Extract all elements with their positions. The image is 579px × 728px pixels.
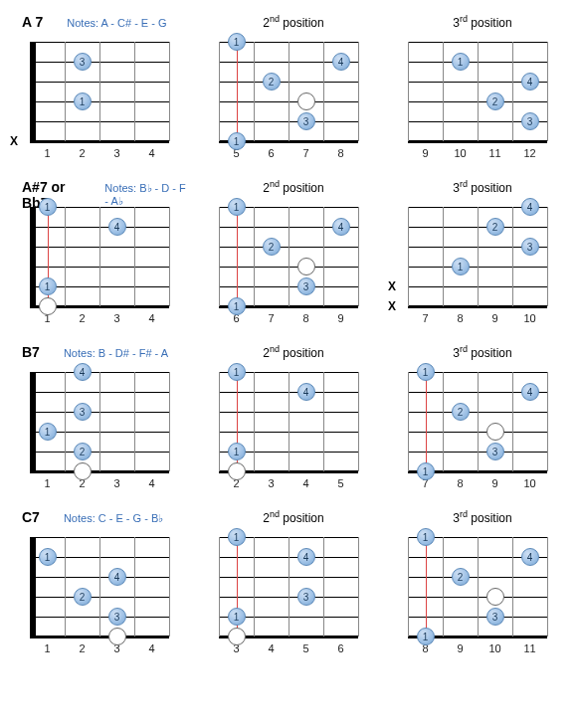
fret-number: 2 (65, 642, 99, 654)
fret-number: 1 (30, 147, 65, 159)
fretboard: 14231 (408, 537, 547, 637)
finger-dot: 1 (228, 33, 246, 51)
finger-dot: 4 (332, 53, 350, 71)
chord-name: C7 (22, 509, 40, 525)
finger-dot: 2 (452, 568, 470, 586)
chord-diagram: 142316789 (201, 201, 370, 330)
fret-number: 10 (512, 312, 547, 324)
finger-dot: 1 (39, 198, 57, 216)
fret-number: 10 (512, 477, 547, 489)
finger-dot: 1 (228, 132, 246, 150)
chord-cell: 3rd position1423178910 (388, 340, 567, 495)
finger-dot: 3 (521, 112, 539, 130)
barre-line (426, 372, 427, 471)
fret-number: 3 (99, 312, 134, 324)
fretboard: 4312 (30, 372, 169, 471)
fret-number: 4 (134, 477, 169, 489)
chord-name: B7 (22, 344, 40, 360)
fretboard: 4231 (408, 207, 547, 306)
chord-cell: 3rd position14239101112 (388, 10, 567, 165)
finger-dot: 4 (108, 568, 126, 586)
chord-diagram: 1412345 (201, 366, 370, 495)
mute-marker: X (388, 299, 396, 313)
position-label: 3rd position (400, 509, 565, 525)
finger-dot: 1 (417, 628, 435, 645)
chord-diagram: 14239101112 (390, 36, 559, 165)
finger-dot: 2 (486, 218, 504, 236)
fret-number: 11 (512, 642, 547, 654)
nut (30, 42, 36, 141)
chord-header: A 7Notes: A - C# - E - G (22, 14, 187, 36)
fret-number: 3 (99, 477, 134, 489)
finger-dot: 4 (521, 198, 539, 216)
position-label: 2nd position (211, 509, 376, 525)
fretboard: 1423 (408, 42, 547, 141)
finger-dot: 2 (263, 73, 281, 91)
fret-number: 9 (443, 642, 478, 654)
finger-dot: 4 (521, 73, 539, 91)
fret-number: 7 (289, 147, 323, 159)
finger-dot: 3 (486, 608, 504, 626)
chord-diagram: 142315678 (201, 36, 370, 165)
open-note-dot (108, 628, 126, 645)
fretboard: 31 (30, 42, 169, 141)
fret-number: 1 (30, 642, 65, 654)
chord-header: 3rd position (400, 14, 565, 36)
fret-number: 9 (478, 312, 512, 324)
position-label: 3rd position (400, 14, 565, 30)
barre-line (237, 42, 238, 141)
finger-dot: 1 (417, 363, 435, 381)
finger-dot: 1 (39, 423, 57, 441)
finger-dot: 1 (228, 608, 246, 626)
finger-dot: 1 (74, 92, 92, 110)
finger-dot: 4 (108, 218, 126, 236)
finger-dot: 1 (417, 462, 435, 480)
barre-line (426, 537, 427, 637)
fret-number: 9 (408, 147, 443, 159)
fret-number: 2 (65, 312, 99, 324)
fret-labels: 78910 (408, 312, 547, 324)
chord-notes: Notes: B - D# - F# - A (64, 347, 168, 359)
nut (30, 207, 36, 306)
finger-dot: 4 (521, 548, 539, 566)
fret-number: 1 (30, 477, 65, 489)
fret-number: 5 (323, 477, 358, 489)
chord-cell: A#7 or Bb7Notes: B♭ - D - F - A♭1411234 (10, 175, 189, 330)
finger-dot: 2 (74, 443, 92, 460)
position-label: 2nd position (211, 344, 376, 360)
fretboard: 1431 (219, 537, 358, 637)
chord-cell: 2nd position1412345 (199, 340, 378, 495)
fret-number: 3 (99, 147, 134, 159)
fret-number: 11 (478, 147, 512, 159)
fret-number: 2 (65, 147, 99, 159)
nut (30, 372, 36, 471)
fretboard: 14231 (219, 42, 358, 141)
finger-dot: 1 (228, 198, 246, 216)
chord-cell: C7Notes: C - E - G - B♭14231234 (10, 505, 189, 660)
position-label: 2nd position (211, 179, 376, 195)
finger-dot: 3 (108, 608, 126, 626)
finger-dot: 1 (228, 363, 246, 381)
finger-dot: 1 (417, 528, 435, 546)
chord-diagram: 14231891011 (390, 531, 559, 660)
fret-number: 3 (254, 477, 289, 489)
fret-labels: 1234 (30, 642, 169, 654)
finger-dot: 3 (486, 443, 504, 460)
chord-diagram: 1423178910 (390, 366, 559, 495)
finger-dot: 2 (74, 588, 92, 606)
fret-number: 9 (323, 312, 358, 324)
chord-cell: 2nd position142315678 (199, 10, 378, 165)
mute-marker: X (388, 279, 396, 293)
finger-dot: 3 (74, 53, 92, 71)
finger-dot: 1 (228, 528, 246, 546)
fret-number: 7 (408, 312, 443, 324)
finger-dot: 4 (297, 383, 315, 401)
chord-header: B7Notes: B - D# - F# - A (22, 344, 187, 366)
finger-dot: 2 (263, 238, 281, 256)
fret-labels: 9101112 (408, 147, 547, 159)
fretboard: 141 (219, 372, 358, 471)
fretboard: 14231 (408, 372, 547, 471)
open-note-dot (297, 92, 315, 110)
chord-diagram: 14313456 (201, 531, 370, 660)
open-note-dot (228, 462, 246, 480)
